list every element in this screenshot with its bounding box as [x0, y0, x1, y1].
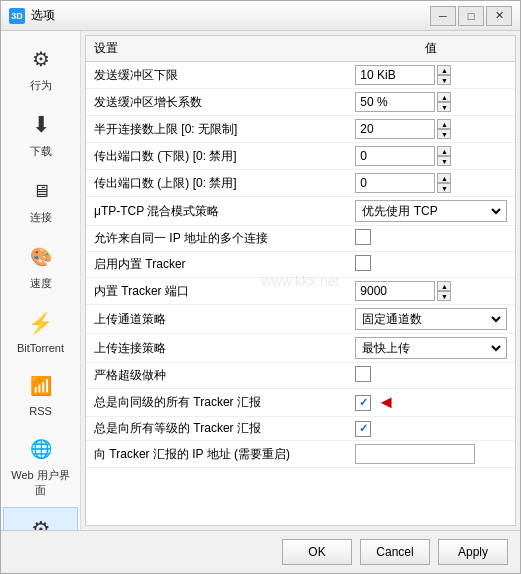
spin-buttons: ▲ ▼: [437, 119, 451, 139]
spin-text-input[interactable]: [355, 65, 435, 85]
bottom-buttons: OK Cancel Apply: [1, 530, 520, 573]
maximize-button[interactable]: □: [458, 6, 484, 26]
checkbox-tracker-all-tiers[interactable]: [355, 421, 371, 437]
spin-input: ▲ ▼: [355, 146, 507, 166]
spin-buttons: ▲ ▼: [437, 92, 451, 112]
table-row: 发送缓冲区增长系数 ▲ ▼: [86, 89, 515, 116]
connection-icon: 🖥: [25, 175, 57, 207]
setting-label: 上传通道策略: [86, 305, 347, 334]
setting-value: [347, 226, 515, 252]
cancel-button[interactable]: Cancel: [360, 539, 430, 565]
download-icon: ⬇: [25, 109, 57, 141]
table-row: 向 Tracker 汇报的 IP 地址 (需要重启): [86, 441, 515, 468]
setting-value: ▲ ▼: [347, 278, 515, 305]
sidebar-item-webui[interactable]: 🌐 Web 用户界面: [3, 426, 78, 505]
table-row: 允许来自同一 IP 地址的多个连接: [86, 226, 515, 252]
table-row: 启用内置 Tracker: [86, 252, 515, 278]
table-row: 发送缓冲区下限 ▲ ▼: [86, 62, 515, 89]
spin-down-btn[interactable]: ▼: [437, 156, 451, 166]
spin-buttons: ▲ ▼: [437, 173, 451, 193]
behavior-icon: ⚙: [25, 43, 57, 75]
select-container: 固定通道数 自动: [355, 308, 507, 330]
spin-up-btn[interactable]: ▲: [437, 146, 451, 156]
spin-down-btn[interactable]: ▼: [437, 291, 451, 301]
spin-down-btn[interactable]: ▼: [437, 75, 451, 85]
sidebar-label-behavior: 行为: [30, 78, 52, 93]
sidebar-label-rss: RSS: [29, 405, 52, 417]
checkbox-super-seed[interactable]: [355, 366, 371, 382]
utp-strategy-select[interactable]: 优先使用 TCP 强制使用 TCP: [358, 203, 504, 219]
table-row: 总是向同级的所有 Tracker 汇报 ◄: [86, 389, 515, 417]
close-button[interactable]: ✕: [486, 6, 512, 26]
spin-buttons: ▲ ▼: [437, 65, 451, 85]
spin-text-input[interactable]: [355, 119, 435, 139]
sidebar-item-speed[interactable]: 🎨 速度: [3, 234, 78, 298]
sidebar-item-rss[interactable]: 📶 RSS: [3, 363, 78, 424]
apply-button[interactable]: Apply: [438, 539, 508, 565]
sidebar-item-bittorrent[interactable]: ⚡ BitTorrent: [3, 300, 78, 361]
select-container: 最快上传 均衡: [355, 337, 507, 359]
spin-text-input[interactable]: [355, 146, 435, 166]
sidebar: ⚙ 行为 ⬇ 下载 🖥 连接 🎨 速度 ⚡ BitTorrent 📶 RSS: [1, 31, 81, 530]
spin-input: ▲ ▼: [355, 119, 507, 139]
spin-down-btn[interactable]: ▼: [437, 102, 451, 112]
arrow-indicator: ◄: [377, 392, 395, 413]
col-header-setting: 设置: [86, 36, 347, 62]
advanced-icon: ⚙: [25, 514, 57, 530]
sidebar-label-webui: Web 用户界面: [8, 468, 73, 498]
upload-conn-select[interactable]: 最快上传 均衡: [358, 340, 504, 356]
webui-icon: 🌐: [25, 433, 57, 465]
checkbox-builtin-tracker[interactable]: [355, 255, 371, 271]
table-row: 总是向所有等级的 Tracker 汇报: [86, 417, 515, 441]
setting-label: 严格超级做种: [86, 363, 347, 389]
window-title: 选项: [31, 7, 430, 24]
setting-value: 优先使用 TCP 强制使用 TCP: [347, 197, 515, 226]
window-controls: ─ □ ✕: [430, 6, 512, 26]
checkbox-multi-ip[interactable]: [355, 229, 371, 245]
setting-value: ▲ ▼: [347, 62, 515, 89]
setting-label: 上传连接策略: [86, 334, 347, 363]
settings-table: 设置 值 发送缓冲区下限 ▲: [86, 36, 515, 468]
upload-channel-select[interactable]: 固定通道数 自动: [358, 311, 504, 327]
main-window: 3D 选项 ─ □ ✕ ⚙ 行为 ⬇ 下载 🖥 连接 🎨: [0, 0, 521, 574]
tracker-ip-input[interactable]: [355, 444, 475, 464]
settings-table-container[interactable]: www.kkx.net 设置 值 发送缓冲区下限: [85, 35, 516, 526]
app-icon: 3D: [9, 8, 25, 24]
sidebar-item-download[interactable]: ⬇ 下载: [3, 102, 78, 166]
ok-button[interactable]: OK: [282, 539, 352, 565]
spin-up-btn[interactable]: ▲: [437, 173, 451, 183]
table-row: 半开连接数上限 [0: 无限制] ▲ ▼: [86, 116, 515, 143]
sidebar-item-connection[interactable]: 🖥 连接: [3, 168, 78, 232]
main-panel: www.kkx.net 设置 值 发送缓冲区下限: [81, 31, 520, 530]
sidebar-item-advanced[interactable]: ⚙ 高级: [3, 507, 78, 530]
spin-input: ▲ ▼: [355, 92, 507, 112]
setting-value: ▲ ▼: [347, 170, 515, 197]
spin-up-btn[interactable]: ▲: [437, 92, 451, 102]
minimize-button[interactable]: ─: [430, 6, 456, 26]
setting-label: 半开连接数上限 [0: 无限制]: [86, 116, 347, 143]
spin-text-input[interactable]: [355, 173, 435, 193]
col-header-value: 值: [347, 36, 515, 62]
checkbox-tracker-same-tier[interactable]: [355, 395, 371, 411]
setting-value: [347, 252, 515, 278]
spin-text-input[interactable]: [355, 281, 435, 301]
setting-label: 传出端口数 (上限) [0: 禁用]: [86, 170, 347, 197]
spin-up-btn[interactable]: ▲: [437, 119, 451, 129]
setting-value: [347, 417, 515, 441]
spin-up-btn[interactable]: ▲: [437, 65, 451, 75]
setting-value: [347, 441, 515, 468]
spin-down-btn[interactable]: ▼: [437, 129, 451, 139]
spin-buttons: ▲ ▼: [437, 281, 451, 301]
setting-label: 启用内置 Tracker: [86, 252, 347, 278]
setting-value: [347, 363, 515, 389]
spin-up-btn[interactable]: ▲: [437, 281, 451, 291]
table-row: 传出端口数 (上限) [0: 禁用] ▲ ▼: [86, 170, 515, 197]
sidebar-label-download: 下载: [30, 144, 52, 159]
setting-label: 总是向同级的所有 Tracker 汇报: [86, 389, 347, 417]
setting-value: ▲ ▼: [347, 89, 515, 116]
setting-value: ▲ ▼: [347, 143, 515, 170]
sidebar-item-behavior[interactable]: ⚙ 行为: [3, 36, 78, 100]
spin-down-btn[interactable]: ▼: [437, 183, 451, 193]
spin-input: ▲ ▼: [355, 173, 507, 193]
spin-text-input[interactable]: [355, 92, 435, 112]
